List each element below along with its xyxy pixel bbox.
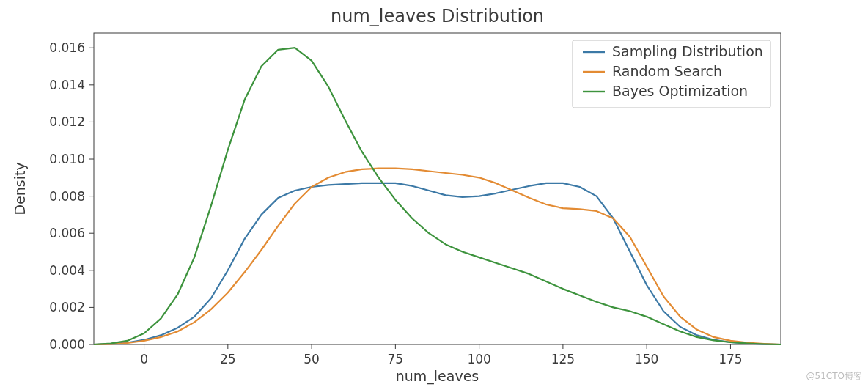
y-tick-label: 0.010 [49, 152, 85, 166]
y-tick-label: 0.000 [49, 337, 85, 352]
x-tick-label: 125 [551, 352, 575, 366]
legend-label: Random Search [612, 63, 722, 79]
y-tick-label: 0.014 [49, 78, 85, 92]
y-tick-label: 0.016 [49, 40, 85, 55]
x-tick-label: 0 [140, 352, 148, 366]
density-chart: 02550751001251501750.0000.0020.0040.0060… [0, 0, 868, 387]
chart-title: num_leaves Distribution [331, 6, 544, 26]
x-tick-label: 50 [304, 352, 320, 366]
y-tick-label: 0.012 [49, 114, 85, 129]
x-tick-label: 25 [220, 352, 236, 366]
x-axis-label: num_leaves [396, 368, 479, 385]
y-tick-label: 0.006 [49, 226, 85, 240]
x-tick-label: 175 [718, 352, 742, 366]
series-line [94, 169, 781, 344]
chart-container: 02550751001251501750.0000.0020.0040.0060… [0, 0, 868, 387]
y-tick-label: 0.002 [49, 300, 85, 314]
legend-label: Sampling Distribution [612, 43, 763, 59]
y-tick-label: 0.004 [49, 263, 85, 278]
x-tick-label: 75 [388, 352, 404, 366]
x-tick-label: 100 [467, 352, 490, 366]
x-tick-label: 150 [635, 352, 658, 366]
legend-label: Bayes Optimization [612, 83, 748, 99]
y-axis-label: Density [12, 162, 28, 215]
y-tick-label: 0.008 [49, 189, 85, 204]
